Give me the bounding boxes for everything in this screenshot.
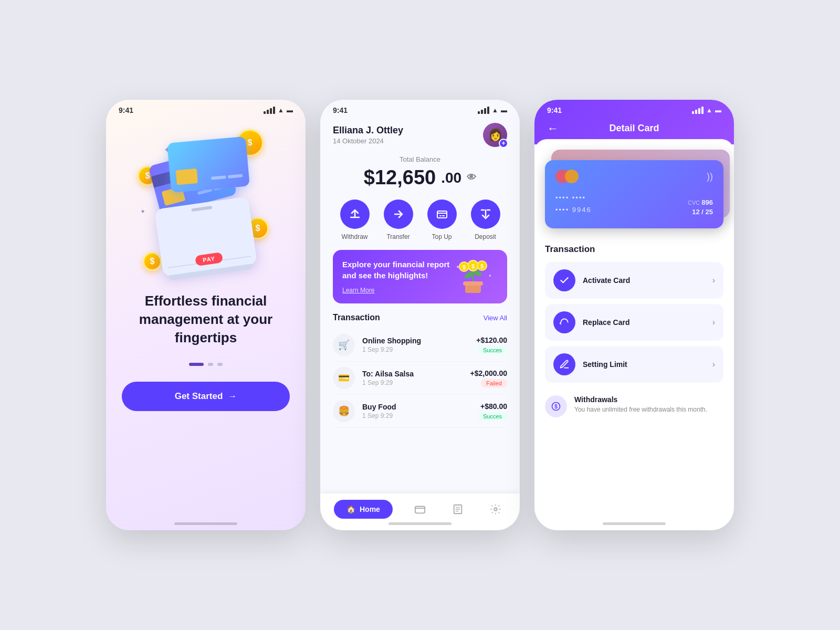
nav-cards-button[interactable] (410, 499, 430, 520)
time-2: 9:41 (333, 106, 348, 114)
user-info: Elliana J. Ottley 14 Oktober 2024 (333, 125, 403, 145)
promo-illustration: $ $ $ ✦ ✦ (450, 258, 498, 295)
pay-badge: PAY (195, 252, 223, 266)
svg-text:$: $ (471, 263, 475, 269)
setting-limit-arrow: › (712, 360, 715, 369)
status-bar-2: 9:41 ▲ ▬ (320, 100, 520, 119)
user-row: Elliana J. Ottley 14 Oktober 2024 👩 + (333, 123, 507, 147)
user-name: Elliana J. Ottley (333, 125, 403, 136)
transaction-list: 🛒 Online Shopping 1 Sep 9:29 +$120.00 Su… (333, 329, 507, 428)
activate-card-icon (553, 269, 575, 291)
status-bar-1: 9:41 ▲ ▬ (106, 100, 306, 119)
txn-info-3: Buy Food 1 Sep 9:29 (362, 403, 470, 419)
txn-icon-1: 🛒 (333, 334, 355, 356)
txn-date-1: 1 Sep 9:29 (362, 346, 469, 353)
card-stack: VISA )) )) •••• •••• (545, 150, 723, 234)
star-icon-2: ✦ (140, 208, 145, 215)
signal-icon-3 (692, 107, 704, 114)
phone-screen1: 9:41 ▲ ▬ ✦ ✦ ✦ (106, 100, 306, 530)
withdraw-icon (340, 200, 370, 229)
mastercard-logo (555, 170, 579, 183)
promo-text: Explore your financial report and see th… (342, 259, 450, 295)
detail-body: Transaction Activate Card › Replace Card… (534, 234, 734, 425)
replace-card-arrow: › (712, 318, 715, 327)
promo-title: Explore your financial report and see th… (342, 259, 450, 281)
expiry-value: 12 / 25 (692, 208, 713, 216)
txn-icon-2: 💳 (333, 367, 355, 389)
transaction-item-3: 🍔 Buy Food 1 Sep 9:29 +$80.00 Succes (333, 395, 507, 428)
signal-icon-2 (478, 107, 489, 114)
avatar-plus-icon: + (499, 139, 508, 148)
svg-rect-0 (437, 211, 447, 218)
back-button[interactable]: ← (547, 122, 559, 135)
balance-cents: .00 (441, 170, 461, 186)
illus-phone: PAY (154, 196, 257, 277)
transfer-icon (384, 200, 413, 229)
txn-info-2: To: Ailsa Salsa 1 Sep 9:29 (362, 370, 463, 386)
wifi-icon-3: ▲ (706, 107, 712, 114)
withdrawals-section: $ Withdrawals You have unlimited free wi… (545, 388, 723, 425)
home-label: Home (360, 505, 380, 513)
replace-card-item[interactable]: Replace Card › (545, 304, 723, 341)
card-number-row: •••• •••• •••• 9946 CVC 896 12 / 25 (555, 192, 713, 216)
nav-settings-button[interactable] (485, 499, 506, 520)
replace-card-icon (553, 311, 575, 333)
illus-card2 (167, 136, 250, 193)
dot-2 (208, 363, 213, 366)
time-3: 9:41 (547, 106, 562, 114)
time-1: 9:41 (119, 106, 133, 114)
screen2-body: Elliana J. Ottley 14 Oktober 2024 👩 + To… (320, 119, 520, 526)
get-started-label: Get Started (175, 391, 223, 402)
withdrawal-info: Withdrawals You have unlimited free with… (574, 395, 723, 414)
avatar-wrap[interactable]: 👩 + (483, 123, 507, 147)
signal-icon-1 (264, 107, 275, 114)
wifi-icon-2: ▲ (492, 107, 498, 114)
deposit-icon (471, 200, 500, 229)
action-transfer[interactable]: Transfer (384, 200, 413, 240)
cvc-value: 896 (701, 198, 713, 206)
txn-icon-3: 🍔 (333, 400, 355, 422)
transaction-item-2: 💳 To: Ailsa Salsa 1 Sep 9:29 +$2,000.00 … (333, 362, 507, 395)
main-card: )) •••• •••• •••• 9946 CVC 896 (545, 160, 723, 228)
home-indicator-1 (174, 522, 237, 525)
phone-screen2: 9:41 ▲ ▬ Elliana J. Ottley 14 Oktober 20… (320, 100, 520, 530)
balance-amount: $12,650.00 👁 (333, 166, 507, 189)
setting-limit-item[interactable]: Setting Limit › (545, 346, 723, 383)
arrow-icon: → (228, 391, 237, 402)
screen3-header: 9:41 ▲ ▬ ← Detail Card (534, 100, 734, 144)
action-topup[interactable]: Top Up (427, 200, 457, 240)
status-icons-2: ▲ ▬ (478, 107, 507, 114)
battery-icon-2: ▬ (501, 107, 507, 114)
promo-banner[interactable]: Explore your financial report and see th… (333, 250, 507, 303)
svg-text:✦: ✦ (488, 274, 492, 278)
withdraw-label: Withdraw (341, 233, 368, 240)
txn-right-2: +$2,000.00 Failed (470, 369, 507, 387)
dot-1 (189, 363, 204, 366)
transaction-section-title: Transaction (545, 244, 723, 255)
eye-icon[interactable]: 👁 (467, 172, 476, 183)
nav-history-button[interactable] (447, 499, 468, 520)
activate-card-item[interactable]: Activate Card › (545, 262, 723, 299)
withdrawal-icon: $ (545, 395, 567, 417)
transaction-header: Transaction View All (333, 313, 507, 322)
balance-section: Total Balance $12,650.00 👁 (333, 155, 507, 189)
get-started-button[interactable]: Get Started → (122, 382, 290, 411)
home-icon: 🏠 (346, 505, 355, 513)
action-deposit[interactable]: Deposit (471, 200, 500, 240)
promo-link[interactable]: Learn More (342, 287, 374, 294)
txn-name-2: To: Ailsa Salsa (362, 370, 463, 378)
view-all-button[interactable]: View All (484, 314, 507, 322)
card-digits-line2: •••• 9946 (555, 204, 592, 216)
svg-rect-14 (415, 507, 425, 513)
coin-4 (143, 252, 162, 271)
screen1-content: ✦ ✦ ✦ (106, 119, 306, 526)
svg-text:$: $ (554, 404, 558, 410)
nav-home-button[interactable]: 🏠 Home (334, 500, 393, 519)
txn-right-1: +$120.00 Succes (476, 336, 507, 354)
txn-date-3: 1 Sep 9:29 (362, 412, 470, 419)
txn-right-3: +$80.00 Succes (478, 402, 507, 421)
action-withdraw[interactable]: Withdraw (340, 200, 370, 240)
transaction-title: Transaction (333, 313, 380, 322)
wifi-icon-1: ▲ (278, 107, 284, 114)
card-digits: •••• •••• •••• 9946 (555, 192, 592, 216)
